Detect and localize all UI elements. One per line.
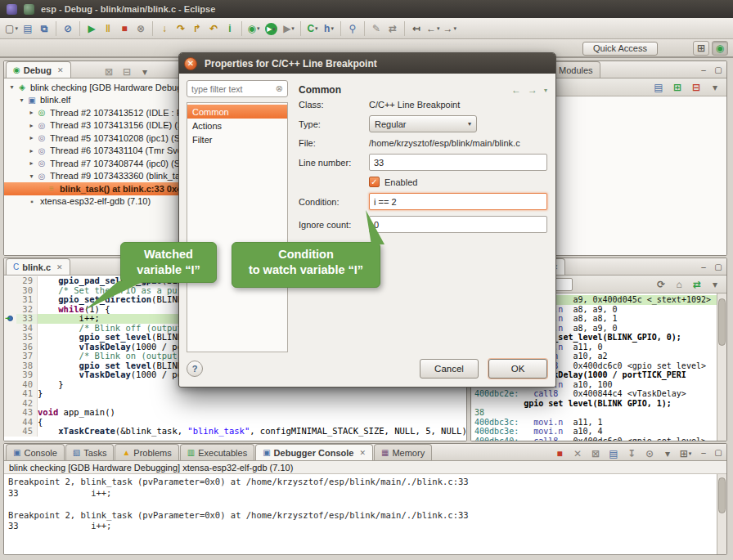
line-number-input[interactable] [369, 154, 547, 171]
save-all-icon[interactable]: ⧉ [36, 20, 52, 37]
code-line-text[interactable] [38, 399, 466, 409]
external-tools-icon[interactable]: ▶▾ [281, 20, 297, 37]
dialog-titlebar[interactable]: ✕ Properties for C/C++ Line Breakpoint [179, 53, 555, 74]
dialog-close-icon[interactable]: ✕ [184, 57, 197, 70]
titlebar[interactable]: esp - Debug - blink/main/blink.c - Eclip… [0, 0, 733, 18]
tree-expander-icon[interactable]: ▸ [27, 109, 36, 116]
close-tab-icon[interactable]: ✕ [56, 263, 63, 271]
close-tab-icon[interactable]: ✕ [359, 449, 366, 457]
dialog-sidebar-item-common[interactable]: Common [187, 105, 287, 119]
sync-with-stack-icon[interactable]: ⇄ [689, 276, 705, 293]
skip-all-breakpoints-icon[interactable]: ⊘ [60, 20, 76, 37]
vertical-scrollbar[interactable] [717, 293, 726, 441]
goto-pc-icon[interactable]: ⌂ [671, 276, 687, 293]
minimize-icon[interactable]: – [698, 261, 709, 272]
tab-problems[interactable]: ▲Problems [115, 444, 178, 460]
dialog-sidebar-item-actions[interactable]: Actions [187, 119, 287, 132]
tree-expander-icon[interactable]: ▸ [27, 122, 36, 129]
tab-console[interactable]: ▣Console [6, 444, 65, 460]
remove-all-terminated-icon[interactable]: ⊠ [101, 64, 117, 80]
registers-view-menu-icon[interactable]: ▾ [707, 79, 723, 96]
tree-expander-icon[interactable]: ▸ [27, 134, 36, 141]
terminate-launch-icon[interactable]: ■ [551, 446, 568, 462]
show-type-names-icon[interactable]: ▤ [650, 79, 667, 96]
scrollbar-thumb[interactable] [718, 477, 726, 513]
editor-line[interactable]: 45 xTaskCreate(&blink_task, "blink_task"… [4, 427, 466, 437]
type-select[interactable]: Regular ▾ [369, 115, 477, 132]
new-cpp-class-icon[interactable]: C▾ [304, 20, 321, 37]
vertical-scrollbar[interactable] [717, 474, 726, 554]
window-menu-icon[interactable] [24, 4, 34, 15]
pin-console-icon[interactable]: ⊙ [641, 446, 658, 462]
search-icon[interactable]: ⚲ [344, 20, 361, 37]
collapse-all-icon[interactable]: ⊟ [119, 64, 135, 80]
clear-console-icon[interactable]: ▤ [605, 446, 622, 462]
help-button[interactable]: ? [187, 361, 203, 377]
add-register-group-icon[interactable]: ⊞ [669, 79, 686, 96]
show-opcodes-icon[interactable]: ▾ [707, 276, 723, 293]
step-return-icon[interactable]: ↱ [189, 20, 205, 37]
display-selected-console-icon[interactable]: ▾ [659, 446, 676, 462]
open-console-icon[interactable]: ⊞▾ [677, 446, 694, 462]
tree-expander-icon[interactable]: ▾ [27, 172, 36, 180]
dialog-sidebar-item-filter[interactable]: Filter [187, 132, 287, 146]
tree-expander-icon[interactable]: ▸ [27, 147, 36, 155]
close-tab-icon[interactable]: ✕ [57, 66, 64, 74]
tree-expander-icon[interactable]: ▾ [17, 96, 26, 104]
code-line-text[interactable]: xTaskCreate(&blink_task, "blink_task", c… [38, 427, 466, 437]
scrollbar-thumb[interactable] [718, 298, 726, 346]
code-line-text[interactable]: { [38, 418, 466, 428]
cancel-button[interactable]: Cancel [420, 359, 479, 379]
remove-all-launches-icon[interactable]: ⊠ [587, 446, 604, 462]
quick-access-button[interactable]: Quick Access [582, 42, 658, 56]
scroll-lock-icon[interactable]: ↧ [623, 446, 640, 462]
tab-tasks[interactable]: ▧Tasks [65, 444, 115, 460]
filter-input[interactable] [191, 84, 267, 94]
code-line-text[interactable]: } [38, 389, 466, 399]
code-line-text[interactable]: void app_main() [38, 408, 466, 418]
tab-debugger-console[interactable]: ▣Debugger Console✕ [255, 444, 373, 460]
link-with-editor-icon[interactable]: ⇄ [384, 20, 401, 37]
breakpoint-marker-icon[interactable]: → [4, 314, 16, 324]
minimize-icon[interactable]: – [698, 64, 709, 75]
maximize-icon[interactable]: ▢ [713, 261, 724, 272]
previous-edit-icon[interactable]: ↤ [408, 20, 425, 37]
new-wizard-icon[interactable]: ▢▾ [3, 20, 20, 37]
editor-line[interactable]: 44{ [4, 418, 466, 428]
minimize-icon[interactable]: – [698, 446, 709, 458]
back-icon[interactable]: ← [511, 84, 521, 96]
back-icon[interactable]: ←▾ [425, 20, 442, 37]
instruction-stepping-icon[interactable]: i [222, 20, 238, 37]
remove-register-group-icon[interactable]: ⊟ [688, 79, 704, 96]
debug-view-menu-icon[interactable]: ▾ [137, 64, 153, 80]
clear-filter-icon[interactable]: ⊗ [276, 83, 283, 94]
editor-line[interactable]: 42 [4, 399, 466, 409]
mark-occurrences-icon[interactable]: ✎ [368, 20, 384, 37]
console-output[interactable]: Breakpoint 2, blink_task (pvParameter=0x… [4, 474, 717, 554]
tab-blink-c[interactable]: Cblink.c✕ [6, 258, 70, 275]
new-header-icon[interactable]: h▾ [321, 20, 337, 37]
tab-memory[interactable]: ▦Memory [374, 444, 432, 460]
resume-icon[interactable]: ▶ [83, 20, 100, 37]
step-over-icon[interactable]: ↷ [173, 20, 189, 37]
save-icon[interactable]: ▤ [20, 20, 36, 37]
open-perspective-icon[interactable]: ⊞ [693, 41, 709, 56]
debug-perspective-button[interactable]: ◉ [712, 41, 728, 56]
forward-icon[interactable]: →▾ [442, 20, 459, 37]
tree-expander-icon[interactable]: ▾ [7, 83, 16, 91]
forward-icon[interactable]: → [528, 84, 537, 96]
drop-to-frame-icon[interactable]: ↶ [205, 20, 222, 37]
ok-button[interactable]: OK [488, 359, 547, 379]
maximize-icon[interactable]: ▢ [713, 64, 724, 75]
enabled-checkbox[interactable]: ✓ [369, 177, 380, 187]
editor-line[interactable]: 43void app_main() [4, 408, 466, 418]
view-menu-icon[interactable]: ▾ [544, 87, 547, 94]
remove-launch-icon[interactable]: ✕ [569, 446, 586, 462]
run-icon[interactable]: ▶▾ [265, 23, 277, 35]
debug-icon[interactable]: ◉▾ [245, 20, 262, 37]
terminate-icon[interactable]: ■ [116, 20, 133, 37]
suspend-icon[interactable]: ‖ [100, 20, 116, 37]
ignore-count-input[interactable] [369, 216, 547, 233]
step-into-icon[interactable]: ↓ [156, 20, 173, 37]
tab-debug[interactable]: ◉Debug✕ [6, 61, 71, 78]
